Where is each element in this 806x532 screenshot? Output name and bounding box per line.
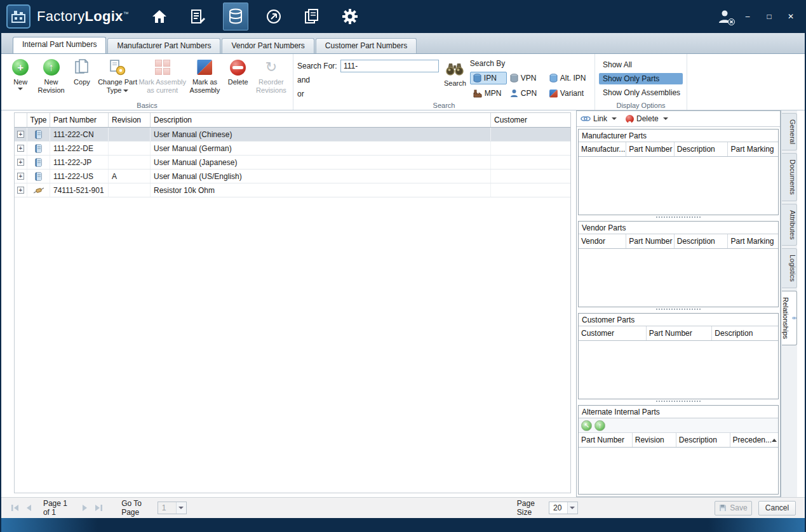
header-description[interactable]: Description: [675, 234, 729, 248]
show-only-parts-option[interactable]: Show Only Parts: [599, 73, 683, 84]
header-description[interactable]: Description: [675, 142, 729, 156]
header-customer[interactable]: Customer: [579, 326, 647, 340]
app-window: FactoryLogix™: [0, 0, 806, 532]
search-or-label: or: [297, 90, 340, 98]
tab-attributes[interactable]: Attributes: [782, 204, 797, 246]
search-button-label: Search: [444, 79, 466, 87]
header-customer[interactable]: Customer: [491, 113, 570, 127]
last-page-button[interactable]: [93, 502, 104, 514]
mark-assembly-as-current-button[interactable]: Mark Assembly as current: [138, 57, 187, 98]
tab-manufacturer-part-numbers[interactable]: Manufacturer Part Numbers: [107, 38, 220, 53]
parts-database-icon[interactable]: [223, 3, 248, 30]
header-manufacturer[interactable]: Manufactur...: [579, 142, 626, 156]
add-alternate-revision-button[interactable]: ↑: [594, 420, 605, 431]
header-part-number[interactable]: Part Number: [647, 326, 713, 340]
header-description[interactable]: Description: [712, 326, 778, 340]
go-to-page-value: 1: [158, 503, 176, 512]
header-revision[interactable]: Revision: [109, 113, 151, 127]
vendor-parts-body: [579, 249, 778, 307]
splitter[interactable]: [577, 215, 780, 219]
search-input[interactable]: [340, 60, 439, 72]
add-alternate-part-button[interactable]: ↖: [581, 420, 592, 431]
search-button[interactable]: Search: [444, 59, 466, 101]
table-row[interactable]: 111-222-DE User Manual (German): [15, 142, 570, 156]
search-by-cpn-option[interactable]: CPN: [507, 87, 546, 100]
tab-internal-part-numbers[interactable]: Internal Part Numbers: [13, 37, 106, 53]
mark-as-assembly-button[interactable]: Mark as Assembly: [187, 57, 222, 98]
maximize-button[interactable]: □: [763, 10, 776, 23]
home-icon[interactable]: [147, 3, 172, 30]
dispatch-icon[interactable]: [261, 3, 286, 30]
search-by-alt-ipn-option[interactable]: Alt. IPN: [546, 72, 594, 84]
header-description[interactable]: Description: [151, 113, 491, 127]
row-expand-toggle[interactable]: [15, 183, 27, 197]
cpn-option-label: CPN: [521, 89, 537, 98]
splitter[interactable]: [577, 399, 780, 403]
header-part-number[interactable]: Part Number: [579, 433, 633, 447]
header-part-marking[interactable]: Part Marking: [728, 142, 778, 156]
table-row[interactable]: 111-222-US A User Manual (US/English): [15, 170, 570, 183]
tab-relationships[interactable]: Relationships: [782, 291, 797, 345]
next-page-button[interactable]: [79, 502, 90, 514]
show-only-assemblies-option[interactable]: Show Only Assemblies: [599, 87, 683, 98]
cancel-button[interactable]: Cancel: [758, 501, 796, 515]
tab-documents[interactable]: Documents: [782, 153, 797, 201]
link-button[interactable]: Link: [581, 114, 617, 123]
tab-logistics[interactable]: Logistics: [782, 248, 797, 288]
documents-icon[interactable]: [299, 3, 325, 30]
header-part-number[interactable]: Part Number: [626, 234, 674, 248]
save-button[interactable]: Save: [715, 501, 752, 515]
row-expand-toggle[interactable]: [15, 142, 27, 155]
header-vendor[interactable]: Vendor: [579, 234, 626, 248]
change-part-type-dropdown-arrow-icon: [123, 90, 128, 92]
change-part-type-label: Change Part Type: [97, 78, 138, 95]
search-by-ipn-option[interactable]: IPN: [470, 72, 507, 84]
tab-vendor-part-numbers[interactable]: Vendor Part Numbers: [222, 38, 314, 53]
row-expand-toggle[interactable]: [15, 128, 27, 141]
cell-description: Resistor 10k Ohm: [151, 183, 491, 197]
search-by-label: Search By: [470, 59, 594, 68]
new-revision-button[interactable]: ↑ New Revision: [36, 57, 66, 98]
delete-button[interactable]: Delete: [223, 57, 253, 98]
splitter[interactable]: [577, 307, 780, 311]
row-expand-toggle[interactable]: [15, 156, 27, 169]
reorder-revisions-button[interactable]: ↻ Reorder Revisions: [253, 57, 289, 98]
change-part-type-button[interactable]: Change Part Type: [97, 57, 138, 98]
go-to-page-combo[interactable]: 1: [158, 502, 187, 514]
header-revision[interactable]: Revision: [633, 433, 676, 447]
new-button[interactable]: + New: [5, 57, 36, 98]
unlink-delete-button[interactable]: Delete: [626, 114, 668, 123]
ribbon: + New ↑ New Revision Copy: [1, 53, 805, 110]
user-account-icon[interactable]: [717, 9, 732, 24]
basics-group-label: Basics: [1, 102, 293, 109]
table-row[interactable]: 111-222-JP User Manual (Japanese): [15, 156, 570, 170]
header-precedence[interactable]: Preceden...: [730, 433, 778, 447]
alternate-parts-toolbar: ↖ ↑: [579, 418, 778, 433]
search-by-mpn-option[interactable]: MPN: [470, 87, 507, 100]
header-part-number[interactable]: Part Number: [626, 142, 674, 156]
minimize-button[interactable]: –: [741, 10, 754, 23]
table-row[interactable]: 74111-521-901 Resistor 10k Ohm: [15, 183, 570, 197]
copy-button[interactable]: Copy: [67, 57, 97, 98]
tab-customer-part-numbers[interactable]: Customer Part Numbers: [316, 38, 417, 53]
first-page-button[interactable]: [10, 502, 21, 514]
tab-general[interactable]: General: [782, 113, 797, 150]
search-by-variant-option[interactable]: Variant: [546, 87, 594, 100]
show-all-option[interactable]: Show All: [599, 59, 683, 70]
document-part-type-icon: [27, 170, 50, 183]
header-description[interactable]: Description: [676, 433, 730, 447]
link-dropdown-arrow-icon: [612, 117, 617, 120]
settings-gear-icon[interactable]: [337, 3, 363, 30]
header-part-marking[interactable]: Part Marking: [728, 234, 778, 248]
production-list-icon[interactable]: [185, 3, 210, 30]
header-type[interactable]: Type: [27, 113, 50, 127]
search-by-vpn-option[interactable]: VPN: [507, 72, 546, 84]
close-button[interactable]: ✕: [784, 10, 797, 23]
document-part-type-icon: [27, 156, 50, 169]
previous-page-button[interactable]: [24, 502, 34, 514]
table-row[interactable]: 111-222-CN User Manual (Chinese): [15, 128, 570, 142]
row-expand-toggle[interactable]: [15, 170, 27, 183]
header-part-number[interactable]: Part Number: [50, 113, 109, 127]
go-to-page-dropdown-icon: [176, 502, 186, 514]
page-size-combo[interactable]: 20: [549, 502, 578, 514]
